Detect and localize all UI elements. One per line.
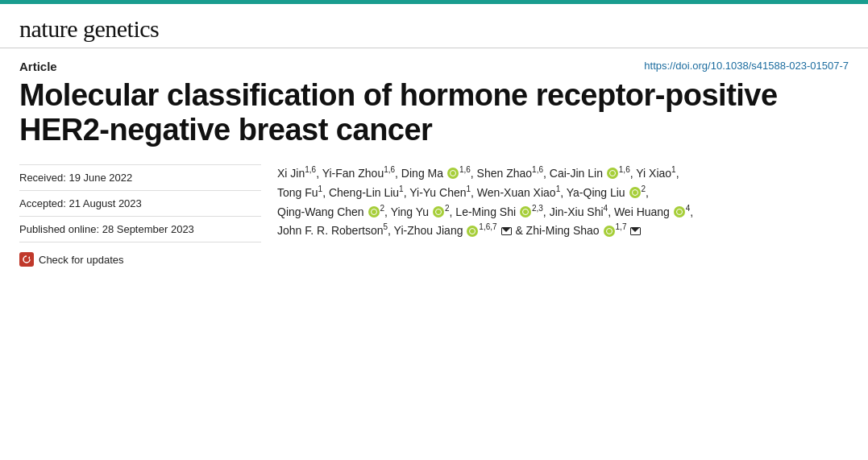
published-value: 28 September 2023: [102, 223, 194, 235]
authors-text: Xi Jin1,6, Yi-Fan Zhou1,6, Ding Ma 1,6, …: [277, 167, 693, 237]
doi-link[interactable]: https://doi.org/10.1038/s41588-023-01507…: [644, 60, 849, 72]
accepted-label: Accepted:: [19, 197, 66, 209]
article-meta-row: Article https://doi.org/10.1038/s41588-0…: [19, 60, 849, 73]
journal-header: nature genetics: [0, 4, 868, 48]
orcid-icon: [604, 226, 615, 237]
check-updates-icon: [19, 252, 34, 267]
check-updates-label: Check for updates: [39, 254, 124, 266]
orcid-icon: [520, 206, 531, 218]
orcid-icon: [368, 206, 380, 218]
check-updates-button[interactable]: Check for updates: [19, 252, 261, 267]
orcid-icon: [607, 168, 618, 179]
authors-column: Xi Jin1,6, Yi-Fan Zhou1,6, Ding Ma 1,6, …: [277, 164, 849, 267]
accepted-value: 21 August 2023: [69, 197, 141, 209]
svg-marker-0: [28, 256, 30, 259]
published-label: Published online:: [19, 223, 99, 235]
accepted-date: Accepted: 21 August 2023: [19, 191, 261, 217]
orcid-icon: [447, 168, 459, 179]
article-type: Article: [19, 60, 57, 73]
orcid-icon: [467, 226, 478, 237]
received-date: Received: 19 June 2022: [19, 164, 261, 191]
email-icon: [630, 227, 641, 235]
orcid-icon: [433, 206, 444, 218]
received-label: Received:: [19, 172, 66, 184]
email-icon: [501, 227, 512, 235]
published-date: Published online: 28 September 2023: [19, 217, 261, 242]
journal-title: nature genetics: [19, 15, 159, 42]
orcid-icon: [629, 187, 641, 198]
article-content: Article https://doi.org/10.1038/s41588-0…: [0, 48, 868, 283]
orcid-icon: [674, 206, 685, 218]
article-title: Molecular classification of hormone rece…: [19, 78, 849, 147]
dates-column: Received: 19 June 2022 Accepted: 21 Augu…: [19, 164, 277, 267]
info-authors-row: Received: 19 June 2022 Accepted: 21 Augu…: [19, 164, 849, 267]
received-value: 19 June 2022: [69, 172, 132, 184]
